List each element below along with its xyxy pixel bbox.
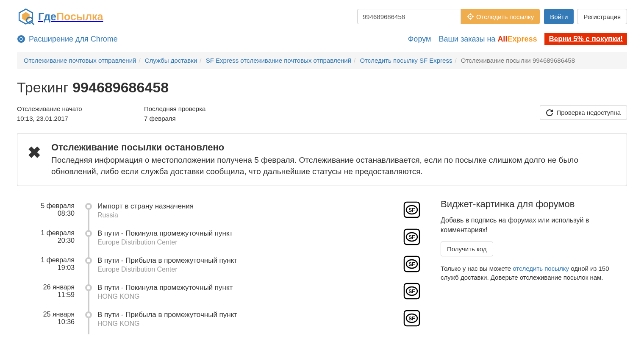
title-number: 994689686458 (72, 79, 169, 95)
courier-badge: SF (403, 283, 420, 300)
tracking-started-label: Отслеживание начато (17, 105, 144, 112)
track-parcel-link[interactable]: отследить посылку (513, 265, 569, 272)
chrome-icon (17, 35, 25, 43)
svg-point-12 (20, 38, 22, 40)
svg-text:SF: SF (408, 207, 415, 213)
logo-text-gde: Где (38, 11, 56, 22)
timeline-status: В пути - Прибыла в промежуточный пункт (97, 311, 424, 319)
timeline-date: 25 января (17, 311, 75, 318)
svg-marker-1 (22, 12, 30, 21)
widget-note: Только у нас вы можете отследить посылку… (441, 264, 627, 282)
refresh-button[interactable]: Проверка недоступна (540, 105, 627, 120)
aliexpress-orders-link[interactable]: Ваши заказы на AliExpress (439, 35, 537, 44)
courier-badge: SF (403, 201, 420, 218)
close-icon: ✖ (28, 144, 41, 161)
tracking-timeline: 5 февраля08:30Импорт в страну назначения… (17, 199, 424, 334)
timeline-date: 5 февраля (17, 202, 75, 210)
login-button[interactable]: Войти (544, 9, 574, 24)
sf-express-icon: SF (403, 201, 420, 218)
courier-badge: SF (403, 310, 420, 327)
tracking-input[interactable] (357, 9, 461, 24)
timeline-location: Europe Distribution Center (97, 266, 424, 273)
refresh-icon (546, 109, 553, 116)
timeline-date: 1 февраля (17, 256, 75, 264)
timeline-location: HONG KONG (97, 320, 424, 328)
last-check-value: 7 февраля (144, 115, 271, 122)
timeline-item: 25 января10:36В пути - Прибыла в промежу… (17, 307, 424, 334)
track-button[interactable]: Отследить посылку (461, 9, 540, 24)
widget-title: Виджет-картинка для форумов (441, 199, 627, 210)
refresh-button-label: Проверка недоступна (556, 109, 621, 116)
svg-text:SF: SF (408, 261, 415, 267)
sf-express-icon: SF (403, 256, 420, 272)
title-prefix: Трекинг (17, 79, 72, 95)
widget-text: Добавь в подпись на форумах или использу… (441, 216, 627, 235)
cashback-banner[interactable]: Верни 5% с покупки! (544, 33, 627, 45)
courier-badge: SF (403, 256, 420, 272)
timeline-time: 11:59 (17, 291, 75, 299)
timeline-time: 20:30 (17, 237, 75, 245)
timeline-item: 1 февраля19:03В пути - Прибыла в промежу… (17, 253, 424, 280)
sf-express-icon: SF (403, 228, 420, 245)
breadcrumb-current: Отслеживание посылки 994689686458 (461, 57, 575, 64)
ali-part2: Express (507, 35, 537, 43)
page-title: Трекинг 994689686458 (17, 79, 627, 96)
alert-title: Отслеживание посылки остановлено (51, 142, 616, 153)
crosshair-icon (467, 13, 474, 20)
last-check-label: Последняя проверка (144, 105, 271, 112)
breadcrumb-link-2[interactable]: Службы доставки (145, 57, 197, 64)
timeline-date: 26 января (17, 283, 75, 291)
timeline-item: 1 февраля20:30В пути - Покинула промежут… (17, 226, 424, 253)
timeline-item: 26 января11:59В пути - Покинула промежут… (17, 280, 424, 307)
sf-express-icon: SF (403, 283, 420, 300)
courier-badge: SF (403, 228, 420, 245)
timeline-location: Russia (97, 211, 424, 219)
register-button[interactable]: Регистрация (577, 9, 627, 24)
breadcrumb-link-1[interactable]: Отслеживание почтовых отправлений (24, 57, 136, 64)
timeline-item: 5 февраля08:30Импорт в страну назначения… (17, 199, 424, 226)
timeline-time: 10:36 (17, 318, 75, 326)
track-button-label: Отследить посылку (476, 13, 534, 20)
note-prefix: Только у нас вы можете (441, 265, 513, 272)
timeline-status: В пути - Покинула промежуточный пункт (97, 229, 424, 238)
forum-link[interactable]: Форум (408, 35, 431, 44)
alert-stopped: ✖ Отслеживание посылки остановлено После… (17, 133, 627, 186)
tracking-started-value: 10:13, 23.01.2017 (17, 115, 144, 122)
svg-text:SF: SF (408, 316, 415, 322)
orders-prefix: Ваши заказы на (439, 35, 497, 43)
breadcrumb: Отслеживание почтовых отправлений/ Служб… (17, 52, 627, 69)
timeline-status: В пути - Покинула промежуточный пункт (97, 283, 424, 292)
timeline-location: HONG KONG (97, 293, 424, 300)
svg-point-9 (469, 16, 471, 17)
timeline-date: 1 февраля (17, 229, 75, 237)
sf-express-icon: SF (403, 310, 420, 327)
timeline-status: В пути - Прибыла в промежуточный пункт (97, 256, 424, 265)
logo-text-posylka: Посылка (56, 11, 103, 22)
chrome-extension-link[interactable]: Расширение для Chrome (17, 35, 118, 44)
logo[interactable]: ГдеПосылка (17, 8, 103, 25)
timeline-status: Импорт в страну назначения (97, 202, 424, 211)
timeline-time: 08:30 (17, 210, 75, 217)
timeline-time: 19:03 (17, 264, 75, 272)
svg-line-3 (32, 22, 34, 25)
breadcrumb-link-3[interactable]: SF Express отслеживание почтовых отправл… (206, 57, 351, 64)
timeline-location: Europe Distribution Center (97, 239, 424, 246)
alert-body: Последняя информация о местоположении по… (51, 155, 616, 177)
svg-text:SF: SF (408, 234, 415, 240)
box-search-icon (17, 8, 35, 25)
breadcrumb-link-4[interactable]: Отследить посылку SF Express (360, 57, 452, 64)
ali-part1: Ali (497, 35, 507, 43)
get-code-button[interactable]: Получить код (441, 242, 493, 256)
chrome-extension-label: Расширение для Chrome (29, 35, 118, 44)
svg-text:SF: SF (408, 289, 415, 295)
